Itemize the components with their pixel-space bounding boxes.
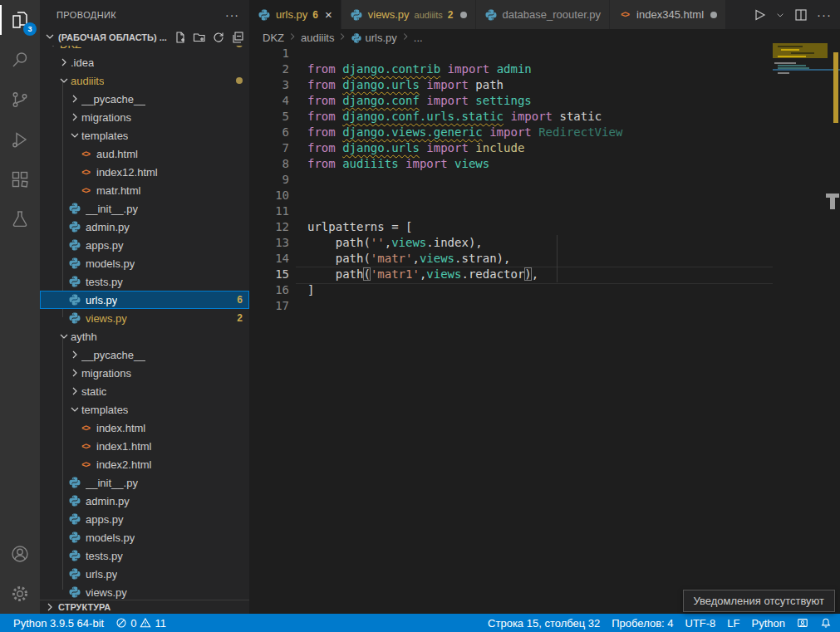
tree-file-index12-html[interactable]: <>index12.html bbox=[40, 163, 249, 181]
activity-testing-icon[interactable] bbox=[0, 199, 40, 239]
python-file-icon bbox=[68, 293, 81, 306]
tree-folder--pycache-[interactable]: __pycache__ bbox=[40, 345, 249, 364]
activity-account-icon[interactable] bbox=[0, 534, 40, 574]
code-editor[interactable]: 12from django.contrib import admin3from … bbox=[249, 46, 773, 314]
tree-file-tests-py[interactable]: tests.py bbox=[40, 546, 249, 565]
activity-search-icon[interactable] bbox=[0, 40, 40, 80]
tree-folder-static[interactable]: static bbox=[40, 382, 249, 400]
tree-file-matr-html[interactable]: <>matr.html bbox=[40, 181, 249, 199]
tree-folder-audiiits[interactable]: audiiits bbox=[40, 71, 249, 90]
tree-file-aud-html[interactable]: <>aud.html bbox=[40, 145, 249, 163]
modified-dot-icon[interactable] bbox=[710, 12, 717, 18]
breadcrumb-item[interactable]: ... bbox=[414, 32, 423, 44]
tree-folder--idea[interactable]: .idea bbox=[40, 53, 249, 71]
tree-file-views-py[interactable]: views.py bbox=[40, 583, 249, 600]
problems-indicator[interactable]: 0 11 bbox=[115, 617, 166, 630]
code-line-1[interactable]: 1 bbox=[249, 46, 773, 61]
code-line-8[interactable]: 8from audiiits import views bbox=[249, 156, 773, 172]
indentation-setting[interactable]: Пробелов: 4 bbox=[612, 617, 673, 630]
code-line-5[interactable]: 5from django.conf.urls.static import sta… bbox=[249, 109, 773, 125]
activity-extensions-icon[interactable] bbox=[0, 159, 40, 199]
code-line-14[interactable]: 14 path('matr',views.stran), bbox=[249, 251, 773, 267]
overview-ruler-cursor-artifact bbox=[826, 194, 840, 210]
tree-file-index2-html[interactable]: <>index2.html bbox=[40, 455, 249, 473]
new-file-icon[interactable] bbox=[174, 31, 187, 44]
breadcrumb[interactable]: DKZaudiiitsurls.py... bbox=[249, 29, 840, 46]
tree-folder-templates[interactable]: templates bbox=[40, 400, 249, 419]
tree-file-admin-py[interactable]: admin.py bbox=[40, 492, 249, 510]
cursor-position[interactable]: Строка 15, столбец 32 bbox=[488, 617, 600, 630]
tree-file-apps-py[interactable]: apps.py bbox=[40, 236, 249, 254]
tree-file-index1-html[interactable]: <>index1.html bbox=[40, 437, 249, 455]
tab-views-py[interactable]: views.pyaudiiits2 bbox=[341, 0, 476, 29]
chevron-right-icon bbox=[68, 92, 81, 105]
code-line-3[interactable]: 3from django.urls import path bbox=[249, 77, 773, 93]
modified-dot-icon[interactable] bbox=[460, 12, 467, 18]
python-interpreter-selector[interactable]: Python 3.9.5 64-bit bbox=[13, 617, 104, 630]
tree-item-label: models.py bbox=[86, 257, 135, 270]
code-line-10[interactable]: 10 bbox=[249, 188, 773, 203]
outline-section-header[interactable]: СТРУКТУРА bbox=[40, 600, 249, 614]
run-dropdown-chevron-icon[interactable] bbox=[775, 10, 785, 20]
tree-file--init-py[interactable]: __init__.py bbox=[40, 473, 249, 492]
line-content bbox=[296, 46, 307, 61]
line-content: ] bbox=[296, 282, 314, 298]
tree-file-models-py[interactable]: models.py bbox=[40, 528, 249, 546]
code-line-7[interactable]: 7from django.urls import include bbox=[249, 140, 773, 156]
line-content bbox=[296, 298, 307, 314]
activity-settings-icon[interactable] bbox=[0, 574, 40, 614]
explorer-more-actions-icon[interactable]: ··· bbox=[225, 8, 239, 22]
code-line-4[interactable]: 4from django.conf import settings bbox=[249, 93, 773, 109]
refresh-icon[interactable] bbox=[212, 31, 225, 44]
tree-file-admin-py[interactable]: admin.py bbox=[40, 218, 249, 236]
close-icon[interactable]: × bbox=[325, 7, 332, 22]
workspace-section-header[interactable]: (РАБОЧАЯ ОБЛАСТЬ) ... bbox=[40, 29, 249, 46]
code-line-16[interactable]: 16] bbox=[249, 282, 773, 298]
tab-database-roouter-py[interactable]: database_roouter.py bbox=[476, 0, 611, 29]
tab-label: urls.py bbox=[276, 8, 307, 21]
tree-folder--pycache-[interactable]: __pycache__ bbox=[40, 90, 249, 108]
code-line-11[interactable]: 11 bbox=[249, 203, 773, 219]
code-line-6[interactable]: 6from django.views.generic import Redire… bbox=[249, 125, 773, 140]
language-mode[interactable]: Python bbox=[752, 617, 785, 630]
activity-source-control-icon[interactable] bbox=[0, 80, 40, 120]
breadcrumb-item[interactable]: DKZ bbox=[263, 32, 284, 44]
eol-setting[interactable]: LF bbox=[727, 617, 739, 630]
editor-more-actions-icon[interactable]: ··· bbox=[817, 7, 832, 22]
tree-folder-migrations[interactable]: migrations bbox=[40, 108, 249, 126]
notifications-bell-icon[interactable] bbox=[820, 617, 832, 629]
tree-folder-aythh[interactable]: aythh bbox=[40, 327, 249, 345]
tree-file-urls-py[interactable]: urls.py6 bbox=[40, 291, 249, 309]
tree-file-tests-py[interactable]: tests.py bbox=[40, 272, 249, 291]
code-line-17[interactable]: 17 bbox=[249, 298, 773, 314]
activity-run-debug-icon[interactable] bbox=[0, 120, 40, 159]
tree-folder-templates[interactable]: templates bbox=[40, 126, 249, 145]
encoding-setting[interactable]: UTF-8 bbox=[685, 617, 716, 630]
code-line-15[interactable]: 15 path('matr1',views.redactor), bbox=[249, 267, 773, 282]
tree-file-views-py[interactable]: views.py2 bbox=[40, 309, 249, 327]
code-line-13[interactable]: 13 path('',views.index), bbox=[249, 235, 773, 251]
breadcrumb-item[interactable]: audiiits bbox=[301, 32, 334, 44]
tree-file-models-py[interactable]: models.py bbox=[40, 254, 249, 272]
tree-item-label: templates bbox=[81, 130, 128, 142]
split-editor-icon[interactable] bbox=[793, 7, 808, 22]
tree-folder-migrations[interactable]: migrations bbox=[40, 364, 249, 382]
code-line-9[interactable]: 9 bbox=[249, 172, 773, 188]
breadcrumb-item[interactable]: urls.py bbox=[365, 32, 396, 44]
tree-folder-dkz[interactable]: DKZ bbox=[40, 45, 249, 53]
tree-file-urls-py[interactable]: urls.py bbox=[40, 565, 249, 583]
tab-urls-py[interactable]: urls.py6× bbox=[249, 0, 341, 29]
line-number: 10 bbox=[249, 188, 296, 203]
new-folder-icon[interactable] bbox=[193, 31, 206, 44]
activity-explorer-icon[interactable]: 3 bbox=[0, 0, 40, 40]
feedback-icon[interactable] bbox=[797, 617, 808, 629]
collapse-all-icon[interactable] bbox=[231, 31, 244, 44]
tree-file-index-html[interactable]: <>index.html bbox=[40, 419, 249, 437]
run-python-file-icon[interactable] bbox=[752, 7, 767, 22]
tree-file-apps-py[interactable]: apps.py bbox=[40, 510, 249, 528]
code-line-2[interactable]: 2from django.contrib import admin bbox=[249, 61, 773, 77]
tab-index345-html[interactable]: <>index345.html bbox=[610, 0, 726, 29]
code-line-12[interactable]: 12urlpatterns = [ bbox=[249, 219, 773, 235]
tab-label: views.py bbox=[368, 8, 410, 21]
tree-file--init-py[interactable]: __init__.py bbox=[40, 199, 249, 218]
